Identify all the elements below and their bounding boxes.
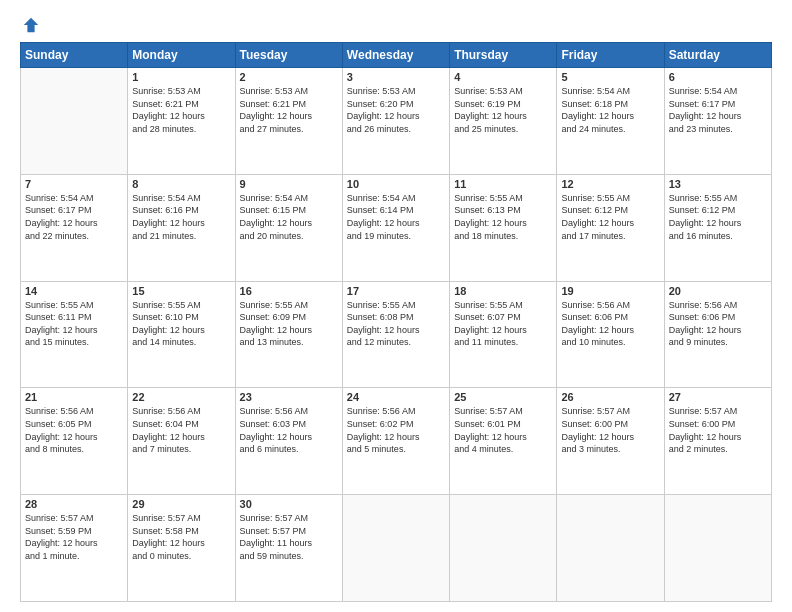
day-number: 22	[132, 391, 230, 403]
day-info: Sunrise: 5:55 AM Sunset: 6:12 PM Dayligh…	[561, 192, 659, 242]
day-number: 4	[454, 71, 552, 83]
calendar-cell: 10Sunrise: 5:54 AM Sunset: 6:14 PM Dayli…	[342, 174, 449, 281]
day-info: Sunrise: 5:53 AM Sunset: 6:19 PM Dayligh…	[454, 85, 552, 135]
day-info: Sunrise: 5:57 AM Sunset: 5:59 PM Dayligh…	[25, 512, 123, 562]
day-number: 15	[132, 285, 230, 297]
calendar-cell: 29Sunrise: 5:57 AM Sunset: 5:58 PM Dayli…	[128, 495, 235, 602]
header-day-monday: Monday	[128, 43, 235, 68]
day-info: Sunrise: 5:55 AM Sunset: 6:13 PM Dayligh…	[454, 192, 552, 242]
calendar-cell: 17Sunrise: 5:55 AM Sunset: 6:08 PM Dayli…	[342, 281, 449, 388]
calendar-cell: 7Sunrise: 5:54 AM Sunset: 6:17 PM Daylig…	[21, 174, 128, 281]
header-day-tuesday: Tuesday	[235, 43, 342, 68]
day-info: Sunrise: 5:57 AM Sunset: 5:57 PM Dayligh…	[240, 512, 338, 562]
day-info: Sunrise: 5:53 AM Sunset: 6:21 PM Dayligh…	[240, 85, 338, 135]
day-number: 18	[454, 285, 552, 297]
calendar-cell: 9Sunrise: 5:54 AM Sunset: 6:15 PM Daylig…	[235, 174, 342, 281]
day-info: Sunrise: 5:56 AM Sunset: 6:05 PM Dayligh…	[25, 405, 123, 455]
day-info: Sunrise: 5:55 AM Sunset: 6:08 PM Dayligh…	[347, 299, 445, 349]
day-info: Sunrise: 5:54 AM Sunset: 6:17 PM Dayligh…	[669, 85, 767, 135]
day-number: 26	[561, 391, 659, 403]
day-number: 19	[561, 285, 659, 297]
calendar-cell: 18Sunrise: 5:55 AM Sunset: 6:07 PM Dayli…	[450, 281, 557, 388]
day-number: 30	[240, 498, 338, 510]
calendar-table: SundayMondayTuesdayWednesdayThursdayFrid…	[20, 42, 772, 602]
day-number: 5	[561, 71, 659, 83]
calendar-cell	[664, 495, 771, 602]
day-number: 21	[25, 391, 123, 403]
day-number: 2	[240, 71, 338, 83]
calendar-cell: 25Sunrise: 5:57 AM Sunset: 6:01 PM Dayli…	[450, 388, 557, 495]
calendar-week-2: 7Sunrise: 5:54 AM Sunset: 6:17 PM Daylig…	[21, 174, 772, 281]
day-info: Sunrise: 5:56 AM Sunset: 6:06 PM Dayligh…	[669, 299, 767, 349]
day-number: 23	[240, 391, 338, 403]
day-info: Sunrise: 5:53 AM Sunset: 6:20 PM Dayligh…	[347, 85, 445, 135]
day-info: Sunrise: 5:55 AM Sunset: 6:10 PM Dayligh…	[132, 299, 230, 349]
calendar-cell: 20Sunrise: 5:56 AM Sunset: 6:06 PM Dayli…	[664, 281, 771, 388]
day-number: 27	[669, 391, 767, 403]
calendar-cell: 8Sunrise: 5:54 AM Sunset: 6:16 PM Daylig…	[128, 174, 235, 281]
header-day-friday: Friday	[557, 43, 664, 68]
calendar-cell: 6Sunrise: 5:54 AM Sunset: 6:17 PM Daylig…	[664, 68, 771, 175]
day-info: Sunrise: 5:56 AM Sunset: 6:02 PM Dayligh…	[347, 405, 445, 455]
calendar-cell: 1Sunrise: 5:53 AM Sunset: 6:21 PM Daylig…	[128, 68, 235, 175]
logo-icon	[22, 16, 40, 34]
header-day-sunday: Sunday	[21, 43, 128, 68]
calendar-cell: 27Sunrise: 5:57 AM Sunset: 6:00 PM Dayli…	[664, 388, 771, 495]
day-number: 9	[240, 178, 338, 190]
day-number: 11	[454, 178, 552, 190]
day-number: 24	[347, 391, 445, 403]
day-number: 25	[454, 391, 552, 403]
day-info: Sunrise: 5:54 AM Sunset: 6:14 PM Dayligh…	[347, 192, 445, 242]
day-number: 12	[561, 178, 659, 190]
calendar-page: SundayMondayTuesdayWednesdayThursdayFrid…	[0, 0, 792, 612]
calendar-cell: 5Sunrise: 5:54 AM Sunset: 6:18 PM Daylig…	[557, 68, 664, 175]
logo	[20, 16, 40, 34]
calendar-cell	[342, 495, 449, 602]
calendar-cell: 13Sunrise: 5:55 AM Sunset: 6:12 PM Dayli…	[664, 174, 771, 281]
day-info: Sunrise: 5:57 AM Sunset: 6:00 PM Dayligh…	[561, 405, 659, 455]
day-number: 1	[132, 71, 230, 83]
calendar-cell: 12Sunrise: 5:55 AM Sunset: 6:12 PM Dayli…	[557, 174, 664, 281]
calendar-cell: 24Sunrise: 5:56 AM Sunset: 6:02 PM Dayli…	[342, 388, 449, 495]
calendar-cell: 23Sunrise: 5:56 AM Sunset: 6:03 PM Dayli…	[235, 388, 342, 495]
calendar-cell	[450, 495, 557, 602]
day-info: Sunrise: 5:57 AM Sunset: 6:01 PM Dayligh…	[454, 405, 552, 455]
day-info: Sunrise: 5:54 AM Sunset: 6:17 PM Dayligh…	[25, 192, 123, 242]
calendar-week-5: 28Sunrise: 5:57 AM Sunset: 5:59 PM Dayli…	[21, 495, 772, 602]
calendar-week-4: 21Sunrise: 5:56 AM Sunset: 6:05 PM Dayli…	[21, 388, 772, 495]
day-number: 28	[25, 498, 123, 510]
day-info: Sunrise: 5:55 AM Sunset: 6:11 PM Dayligh…	[25, 299, 123, 349]
calendar-cell: 3Sunrise: 5:53 AM Sunset: 6:20 PM Daylig…	[342, 68, 449, 175]
calendar-cell: 4Sunrise: 5:53 AM Sunset: 6:19 PM Daylig…	[450, 68, 557, 175]
calendar-week-1: 1Sunrise: 5:53 AM Sunset: 6:21 PM Daylig…	[21, 68, 772, 175]
day-info: Sunrise: 5:56 AM Sunset: 6:06 PM Dayligh…	[561, 299, 659, 349]
svg-marker-0	[24, 18, 38, 32]
day-info: Sunrise: 5:57 AM Sunset: 5:58 PM Dayligh…	[132, 512, 230, 562]
calendar-cell: 15Sunrise: 5:55 AM Sunset: 6:10 PM Dayli…	[128, 281, 235, 388]
day-info: Sunrise: 5:55 AM Sunset: 6:07 PM Dayligh…	[454, 299, 552, 349]
day-number: 8	[132, 178, 230, 190]
header	[20, 16, 772, 34]
day-info: Sunrise: 5:57 AM Sunset: 6:00 PM Dayligh…	[669, 405, 767, 455]
day-info: Sunrise: 5:55 AM Sunset: 6:12 PM Dayligh…	[669, 192, 767, 242]
day-number: 17	[347, 285, 445, 297]
day-number: 10	[347, 178, 445, 190]
day-number: 20	[669, 285, 767, 297]
calendar-cell: 14Sunrise: 5:55 AM Sunset: 6:11 PM Dayli…	[21, 281, 128, 388]
calendar-cell	[21, 68, 128, 175]
header-day-thursday: Thursday	[450, 43, 557, 68]
calendar-cell: 2Sunrise: 5:53 AM Sunset: 6:21 PM Daylig…	[235, 68, 342, 175]
day-info: Sunrise: 5:54 AM Sunset: 6:15 PM Dayligh…	[240, 192, 338, 242]
calendar-cell: 22Sunrise: 5:56 AM Sunset: 6:04 PM Dayli…	[128, 388, 235, 495]
day-number: 6	[669, 71, 767, 83]
calendar-cell: 28Sunrise: 5:57 AM Sunset: 5:59 PM Dayli…	[21, 495, 128, 602]
calendar-cell: 30Sunrise: 5:57 AM Sunset: 5:57 PM Dayli…	[235, 495, 342, 602]
day-number: 16	[240, 285, 338, 297]
calendar-cell: 21Sunrise: 5:56 AM Sunset: 6:05 PM Dayli…	[21, 388, 128, 495]
day-number: 7	[25, 178, 123, 190]
header-day-saturday: Saturday	[664, 43, 771, 68]
calendar-cell: 16Sunrise: 5:55 AM Sunset: 6:09 PM Dayli…	[235, 281, 342, 388]
calendar-cell	[557, 495, 664, 602]
day-info: Sunrise: 5:55 AM Sunset: 6:09 PM Dayligh…	[240, 299, 338, 349]
day-info: Sunrise: 5:54 AM Sunset: 6:16 PM Dayligh…	[132, 192, 230, 242]
